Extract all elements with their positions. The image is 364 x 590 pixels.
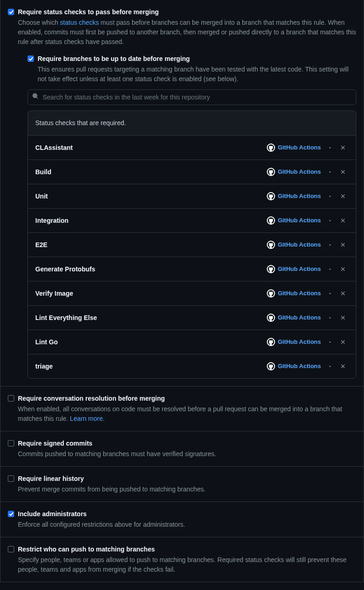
check-source[interactable]: GitHub Actions [267, 313, 321, 322]
github-icon [267, 314, 275, 322]
check-name: Lint Go [35, 337, 267, 347]
rule-desc: Enforce all configured restrictions abov… [18, 520, 356, 529]
rule-desc: When enabled, all conversations on code … [18, 404, 356, 424]
checkbox-linear-history[interactable] [8, 475, 14, 482]
check-name: Lint Everything Else [35, 313, 267, 323]
checkbox-require-status-checks[interactable] [8, 9, 14, 15]
rule-title: Include administrators [18, 509, 356, 519]
checkbox-signed-commits[interactable] [8, 440, 14, 447]
check-source[interactable]: GitHub Actions [267, 216, 321, 225]
chevron-down-icon[interactable] [325, 361, 336, 372]
chevron-down-icon[interactable] [325, 215, 336, 226]
check-row: IntegrationGitHub Actions [28, 209, 356, 233]
github-icon [267, 338, 275, 346]
check-name: CLAssistant [35, 143, 267, 153]
rule-require-status-checks: Require status checks to pass before mer… [0, 0, 364, 386]
github-icon [267, 192, 275, 200]
remove-check-button[interactable] [337, 166, 348, 177]
checkbox-restrict-push[interactable] [8, 546, 14, 552]
rule-linear-history: Require linear history Prevent merge com… [0, 466, 364, 502]
check-source[interactable]: GitHub Actions [267, 337, 321, 347]
rule-title: Require linear history [18, 474, 356, 484]
chevron-down-icon[interactable] [325, 312, 336, 323]
check-row: Lint GoGitHub Actions [28, 330, 356, 354]
source-label: GitHub Actions [278, 289, 321, 298]
github-icon [267, 216, 275, 225]
rule-desc: Choose which status checks must pass bef… [18, 18, 356, 47]
chevron-down-icon[interactable] [325, 288, 336, 299]
github-icon [267, 265, 275, 273]
check-source[interactable]: GitHub Actions [267, 289, 321, 298]
status-checks-link[interactable]: status checks [60, 19, 99, 26]
source-label: GitHub Actions [278, 362, 321, 371]
check-row: triageGitHub Actions [28, 354, 356, 378]
check-row: Verify ImageGitHub Actions [28, 281, 356, 306]
check-row: CLAssistantGitHub Actions [28, 136, 356, 160]
github-icon [267, 168, 275, 176]
source-label: GitHub Actions [278, 216, 321, 225]
check-row: UnitGitHub Actions [28, 184, 356, 209]
chevron-down-icon[interactable] [325, 191, 336, 202]
remove-check-button[interactable] [337, 239, 348, 250]
github-icon [267, 143, 275, 152]
check-name: Integration [35, 216, 267, 226]
source-label: GitHub Actions [278, 192, 321, 201]
check-source[interactable]: GitHub Actions [267, 192, 321, 201]
remove-check-button[interactable] [337, 264, 348, 275]
checkbox-up-to-date[interactable] [28, 55, 34, 62]
check-name: Build [35, 167, 267, 177]
search-icon [32, 93, 39, 102]
rule-title: Require signed commits [18, 439, 356, 448]
check-name: Verify Image [35, 289, 267, 298]
github-icon [267, 289, 275, 298]
check-source[interactable]: GitHub Actions [267, 143, 321, 152]
source-label: GitHub Actions [278, 167, 321, 176]
check-row: Generate ProtobufsGitHub Actions [28, 257, 356, 281]
required-checks-box: Status checks that are required. CLAssis… [28, 110, 356, 379]
chevron-down-icon[interactable] [325, 239, 336, 250]
check-source[interactable]: GitHub Actions [267, 362, 321, 371]
sub-up-to-date: Require branches to be up to date before… [28, 54, 356, 379]
chevron-down-icon[interactable] [325, 166, 336, 177]
github-icon [267, 362, 275, 370]
source-label: GitHub Actions [278, 143, 321, 152]
remove-check-button[interactable] [337, 336, 348, 347]
rule-restrict-push: Restrict who can push to matching branch… [0, 537, 364, 582]
source-label: GitHub Actions [278, 240, 321, 249]
checkbox-include-administrators[interactable] [8, 511, 14, 517]
checkbox-conversation-resolution[interactable] [8, 395, 14, 402]
rule-desc: This ensures pull requests targeting a m… [38, 65, 356, 84]
rule-desc: Prevent merge commits from being pushed … [18, 485, 356, 494]
rule-title: Require branches to be up to date before… [38, 54, 356, 64]
rule-signed-commits: Require signed commits Commits pushed to… [0, 431, 364, 466]
rule-title: Restrict who can push to matching branch… [18, 545, 356, 554]
rule-desc: Specify people, teams or apps allowed to… [18, 555, 356, 574]
remove-check-button[interactable] [337, 288, 348, 299]
chevron-down-icon[interactable] [325, 142, 336, 153]
check-row: Lint Everything ElseGitHub Actions [28, 306, 356, 330]
check-source[interactable]: GitHub Actions [267, 240, 321, 249]
checks-header: Status checks that are required. [28, 111, 356, 136]
check-row: E2EGitHub Actions [28, 233, 356, 257]
check-name: Generate Protobufs [35, 265, 267, 274]
check-name: triage [35, 362, 267, 371]
rule-title: Require status checks to pass before mer… [18, 7, 356, 17]
check-name: Unit [35, 192, 267, 201]
remove-check-button[interactable] [337, 142, 348, 153]
branch-protection-panel: Require status checks to pass before mer… [0, 0, 364, 582]
chevron-down-icon[interactable] [325, 264, 336, 275]
rule-title: Require conversation resolution before m… [18, 394, 356, 403]
chevron-down-icon[interactable] [325, 336, 336, 347]
remove-check-button[interactable] [337, 215, 348, 226]
remove-check-button[interactable] [337, 312, 348, 323]
check-source[interactable]: GitHub Actions [267, 167, 321, 176]
rule-conversation-resolution: Require conversation resolution before m… [0, 386, 364, 431]
source-label: GitHub Actions [278, 265, 321, 274]
check-source[interactable]: GitHub Actions [267, 265, 321, 274]
check-row: BuildGitHub Actions [28, 160, 356, 184]
learn-more-link[interactable]: Learn more [70, 415, 103, 422]
check-name: E2E [35, 240, 267, 250]
remove-check-button[interactable] [337, 191, 348, 202]
search-input[interactable] [28, 89, 356, 105]
remove-check-button[interactable] [337, 361, 348, 372]
